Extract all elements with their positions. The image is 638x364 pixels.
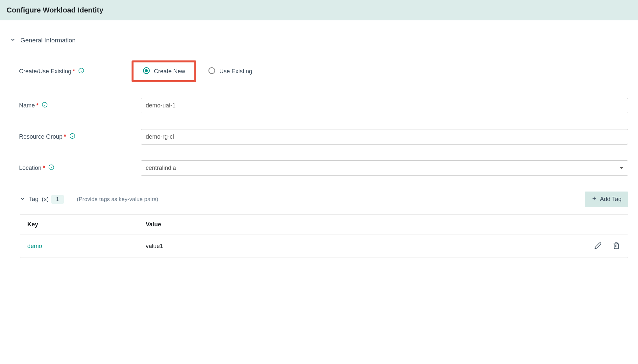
tag-table-header: Key Value	[20, 215, 628, 235]
add-tag-button[interactable]: Add Tag	[585, 192, 628, 207]
table-row: demo value1	[20, 235, 628, 258]
radio-use-existing[interactable]: Use Existing	[208, 67, 252, 76]
section-header-general[interactable]: General Information	[10, 37, 628, 44]
page-title: Configure Workload Identity	[0, 0, 638, 20]
resource-group-input[interactable]	[141, 129, 628, 145]
radio-label: Create New	[154, 68, 185, 75]
name-label: Name*	[19, 102, 141, 109]
radio-label: Use Existing	[219, 68, 252, 75]
delete-button[interactable]	[612, 241, 621, 251]
location-label: Location*	[19, 164, 141, 172]
chevron-down-icon[interactable]	[20, 196, 26, 203]
info-icon[interactable]	[78, 68, 84, 75]
svg-point-5	[209, 68, 215, 74]
tag-key-cell[interactable]: demo	[27, 243, 146, 250]
trash-icon	[613, 245, 620, 250]
svg-point-4	[145, 69, 148, 72]
section-title: General Information	[20, 37, 76, 44]
tag-hint: (Provide tags as key-value pairs)	[77, 196, 159, 203]
edit-icon	[594, 245, 601, 250]
add-tag-label: Add Tag	[600, 196, 622, 203]
col-header-value: Value	[146, 221, 621, 228]
radio-unselected-icon	[208, 67, 215, 76]
edit-button[interactable]	[594, 241, 602, 251]
resource-group-label: Resource Group*	[19, 133, 141, 141]
radio-create-new[interactable]: Create New	[132, 60, 196, 82]
col-header-key: Key	[27, 221, 146, 228]
location-select[interactable]	[141, 160, 628, 176]
plus-icon	[591, 195, 597, 203]
create-use-label: Create/Use Existing*	[19, 68, 141, 75]
info-icon[interactable]	[42, 102, 48, 109]
tag-count-badge: 1	[51, 195, 63, 204]
chevron-down-icon	[10, 37, 16, 44]
radio-selected-icon	[143, 67, 150, 76]
info-icon[interactable]	[69, 133, 75, 141]
name-input[interactable]	[141, 98, 628, 113]
tag-title: Tag	[29, 196, 38, 203]
tag-value-cell: value1	[146, 243, 594, 250]
info-icon[interactable]	[48, 164, 54, 172]
tag-table: Key Value demo value1	[20, 214, 628, 258]
tag-suffix: (s)	[42, 196, 49, 203]
